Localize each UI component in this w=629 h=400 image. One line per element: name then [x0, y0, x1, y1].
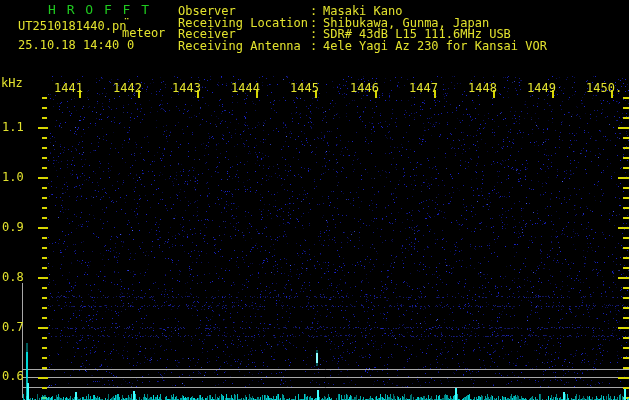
time-axis-label: 1446 [350, 82, 379, 94]
info-colon: : [310, 39, 323, 53]
freq-axis-label: 0.9 [2, 221, 36, 233]
output-filename: UT2510181440.pn [18, 20, 126, 32]
station-info: Observer : Masaki Kano Receiving Locatio… [178, 4, 547, 50]
observation-datetime: 25.10.18 14:40 [18, 39, 119, 51]
app-title: H R O F F T [48, 3, 151, 16]
info-row-antenna: Receiving Antenna : 4ele Yagi Az 230 for… [178, 39, 547, 51]
spectrogram-canvas [0, 0, 629, 400]
time-axis-label: 1448 [468, 82, 497, 94]
time-axis-label: 1443 [172, 82, 201, 94]
time-axis-label: 1441 [54, 82, 83, 94]
info-value: 4ele Yagi Az 230 for Kansai VOR [323, 39, 547, 53]
freq-axis-label: 1.1 [2, 121, 36, 133]
freq-axis-label: 0.8 [2, 271, 36, 283]
freq-axis-label: 0.7 [2, 321, 36, 333]
echo-count: 0 [127, 39, 134, 51]
freq-axis-unit-label: kHz [1, 77, 23, 89]
info-row-receiver: Receiver : SDR# 43dB L15 111.6MHz USB [178, 27, 547, 39]
time-axis-label: 1442 [113, 82, 142, 94]
info-row-location: Receiving Location : Shibukawa, Gunma, J… [178, 16, 547, 28]
hrofft-screen: H R O F F T UT2510181440.pn ¨ meteor 25.… [0, 0, 629, 400]
info-row-observer: Observer : Masaki Kano [178, 4, 547, 16]
time-axis-label: 1447 [409, 82, 438, 94]
info-label: Receiving Antenna [178, 39, 310, 53]
time-axis-label: 1445 [290, 82, 319, 94]
freq-axis-label: 1.0 [2, 171, 36, 183]
time-axis-label: 1449 [527, 82, 556, 94]
time-axis-label: 1444 [231, 82, 260, 94]
time-axis-label: 1450. [586, 82, 622, 94]
freq-axis-label: 0.6 [2, 370, 36, 382]
